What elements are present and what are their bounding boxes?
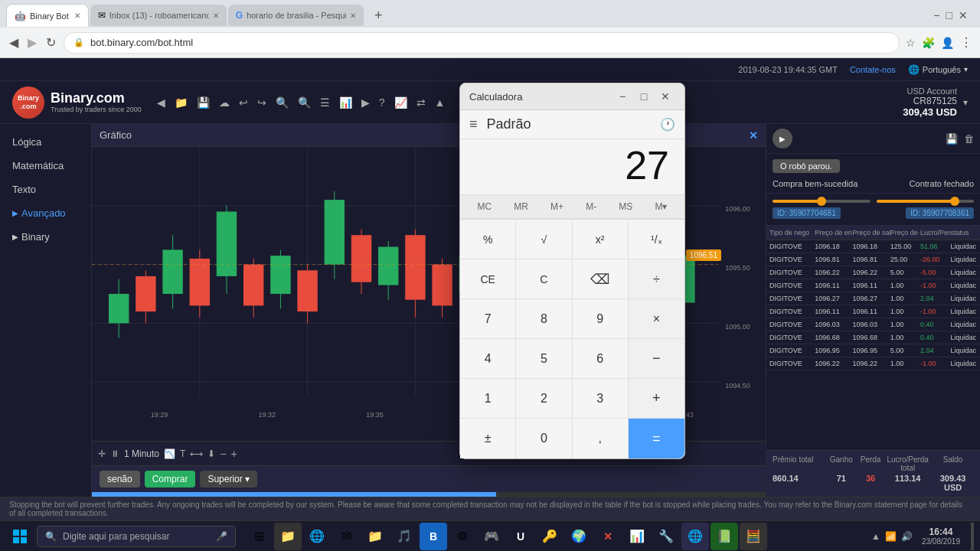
taskbar-icon-edge[interactable]: 🌐: [303, 523, 331, 550]
window-minimize-icon[interactable]: −: [933, 9, 939, 21]
sidebar-item-avancado[interactable]: ▶ Avançado: [0, 201, 91, 225]
calc-4-button[interactable]: 4: [460, 339, 516, 379]
calc-c-button[interactable]: C: [516, 259, 572, 299]
chart-tool-crosshair-icon[interactable]: ✛: [98, 448, 106, 459]
account-dropdown-icon[interactable]: ▾: [963, 97, 968, 108]
tab-google[interactable]: G horario de brasilia - Pesquisa Go... ✕: [228, 5, 364, 26]
calc-percent-button[interactable]: %: [460, 220, 516, 259]
calc-minimize-button[interactable]: −: [612, 88, 632, 105]
chart-tool-line-icon[interactable]: 📉: [164, 448, 175, 459]
calc-square-button[interactable]: x²: [573, 220, 629, 259]
calc-mplus-button[interactable]: M+: [546, 198, 568, 215]
save-icon[interactable]: 💾: [946, 133, 958, 145]
toolbar-back-icon[interactable]: ◀: [154, 93, 168, 112]
calc-3-button[interactable]: 3: [573, 379, 629, 419]
window-close-icon[interactable]: ✕: [959, 9, 968, 21]
start-button[interactable]: [6, 523, 34, 550]
calc-5-button[interactable]: 5: [516, 339, 572, 379]
toolbar-undo-icon[interactable]: ↩: [236, 93, 251, 112]
comprar-button[interactable]: Comprar: [145, 471, 196, 487]
taskbar-icon-game[interactable]: 🎮: [478, 523, 505, 550]
chart-tool-download-icon[interactable]: ⬇: [207, 448, 215, 459]
calc-2-button[interactable]: 2: [516, 379, 572, 419]
toolbar-list-icon[interactable]: ☰: [317, 93, 333, 112]
calc-ce-button[interactable]: CE: [460, 259, 516, 299]
chart-tool-pause-icon[interactable]: ⏸: [110, 448, 119, 459]
show-desktop-icon[interactable]: [971, 523, 974, 550]
bookmark-star-icon[interactable]: ☆: [906, 37, 916, 49]
calc-menu-icon[interactable]: ≡: [469, 116, 478, 132]
calc-6-button[interactable]: 6: [573, 339, 629, 379]
chart-tool-plus-icon[interactable]: +: [231, 448, 237, 460]
taskbar-icon-x[interactable]: ✕: [594, 523, 622, 550]
sidebar-item-logica[interactable]: Lógica: [0, 130, 91, 154]
calc-reciprocal-button[interactable]: ¹/ₓ: [629, 220, 684, 259]
calc-mstore-button[interactable]: M▾: [650, 198, 671, 215]
taskbar-icon-b[interactable]: B: [420, 523, 447, 550]
calc-mc-button[interactable]: MC: [473, 198, 497, 215]
contact-link[interactable]: Contate-nos: [850, 65, 896, 74]
calc-1-button[interactable]: 1: [460, 379, 516, 419]
network-icon[interactable]: 📶: [885, 531, 897, 542]
chart-timeframe-label[interactable]: 1 Minuto: [124, 448, 159, 459]
toolbar-save-icon[interactable]: 💾: [194, 93, 213, 112]
taskbar-icon-globe[interactable]: 🌍: [565, 523, 593, 550]
taskbar-icon-task-view[interactable]: ⊞: [245, 523, 273, 550]
calc-7-button[interactable]: 7: [460, 299, 516, 339]
calc-close-button[interactable]: ✕: [655, 88, 675, 105]
toolbar-up-icon[interactable]: ▲: [432, 93, 449, 112]
toolbar-play-icon[interactable]: ▶: [358, 93, 373, 112]
calc-8-button[interactable]: 8: [516, 299, 572, 339]
taskbar-icon-mail[interactable]: ✉: [332, 523, 360, 550]
toolbar-folder-icon[interactable]: 📁: [172, 93, 191, 112]
calc-equals-button[interactable]: =: [629, 419, 684, 458]
taskbar-icon-gear[interactable]: ⚙: [449, 523, 476, 550]
toolbar-redo-icon[interactable]: ↪: [254, 93, 270, 112]
language-selector[interactable]: 🌐 Português ▾: [908, 64, 968, 75]
calc-0-button[interactable]: 0: [516, 419, 572, 458]
reload-button[interactable]: ↻: [44, 34, 57, 51]
calc-sqrt-button[interactable]: √: [516, 220, 572, 259]
taskbar-search[interactable]: 🔍 Digite aqui para pesquisar 🎤: [37, 526, 236, 547]
calc-minus-button[interactable]: −: [629, 339, 684, 379]
superior-button[interactable]: Superior ▾: [200, 471, 257, 487]
toolbar-swap-icon[interactable]: ⇄: [413, 93, 429, 112]
back-button[interactable]: ◀: [8, 34, 20, 51]
extensions-icon[interactable]: 🧩: [922, 37, 935, 49]
tab-google-close[interactable]: ✕: [350, 11, 356, 20]
taskbar-icon-chart[interactable]: 📊: [623, 523, 651, 550]
chart-close-button[interactable]: ✕: [749, 129, 758, 142]
chart-tool-measure-icon[interactable]: ⟷: [190, 448, 203, 459]
forward-button[interactable]: ▶: [26, 34, 38, 51]
address-input[interactable]: 🔒 bot.binary.com/bot.html: [64, 32, 900, 54]
taskbar-icon-file-explorer[interactable]: 📁: [274, 523, 302, 550]
taskbar-mic-icon[interactable]: 🎤: [216, 531, 227, 542]
calc-multiply-button[interactable]: ×: [629, 299, 684, 339]
chart-tool-text-icon[interactable]: T: [180, 448, 185, 459]
taskbar-icon-music[interactable]: 🎵: [390, 523, 418, 550]
sidebar-item-binary[interactable]: ▶ Binary: [0, 225, 91, 249]
calc-backspace-button[interactable]: ⌫: [573, 259, 629, 299]
toolbar-chart-icon[interactable]: 📊: [336, 93, 355, 112]
taskbar-icon-lock[interactable]: 🔑: [536, 523, 564, 550]
chart-tool-minus-icon[interactable]: −: [220, 448, 226, 460]
toolbar-question-icon[interactable]: ?: [376, 93, 388, 112]
taskbar-icon-folder2[interactable]: 📁: [361, 523, 389, 550]
calc-history-icon[interactable]: 🕐: [660, 117, 675, 132]
taskbar-icon-calc[interactable]: 🧮: [740, 523, 767, 550]
tab-gmail[interactable]: ✉ Inbox (13) - roboamericanofbi@... ✕: [90, 5, 227, 26]
calc-plusminus-button[interactable]: ±: [460, 419, 516, 458]
left-slider[interactable]: [773, 200, 871, 203]
sidebar-item-texto[interactable]: Texto: [0, 178, 91, 201]
toolbar-cloud-icon[interactable]: ☁: [216, 93, 233, 112]
play-button[interactable]: ▶: [773, 129, 792, 148]
tab-binary-bot[interactable]: 🤖 Binary Bot ✕: [6, 4, 89, 27]
profile-icon[interactable]: 👤: [941, 37, 954, 49]
right-slider[interactable]: [877, 200, 975, 203]
taskbar-icon-chrome[interactable]: 🌐: [681, 523, 709, 550]
toolbar-zoom-in-icon[interactable]: 🔍: [295, 93, 314, 112]
arrow-up-icon[interactable]: ▲: [871, 531, 880, 542]
calc-plus-button[interactable]: +: [629, 379, 684, 419]
delete-icon[interactable]: 🗑: [964, 133, 974, 145]
toolbar-zoom-out-icon[interactable]: 🔍: [273, 93, 292, 112]
